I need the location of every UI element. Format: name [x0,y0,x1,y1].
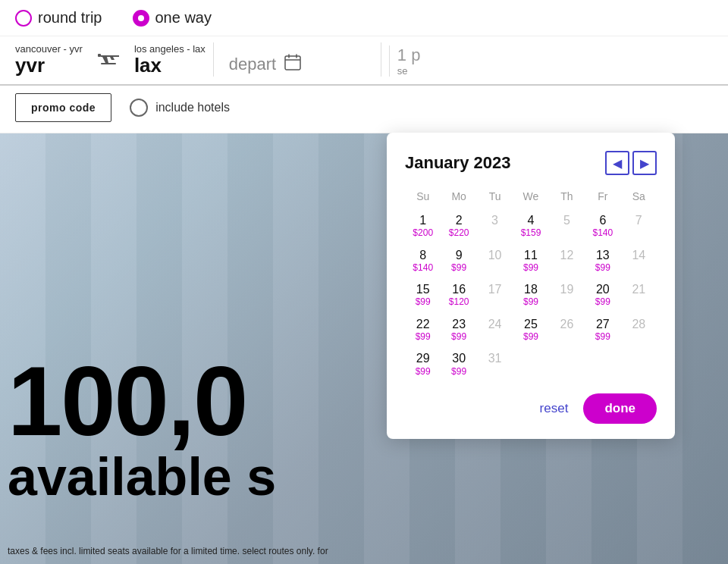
destination-code: lax [134,55,206,77]
destination-segment[interactable]: los angeles - lax lax [134,43,206,77]
route-divider [90,49,127,70]
calendar-icon [284,53,302,71]
cal-day-19: 19 [549,277,585,312]
cal-day-16[interactable]: 16$120 [441,277,476,312]
dow-we: We [513,190,548,208]
cal-day-23[interactable]: 23$99 [441,312,476,347]
cal-day-28: 28 [621,312,657,347]
hero-big-number: 100,0 [8,352,276,450]
cal-day-29[interactable]: 29$99 [405,346,441,381]
origin-segment[interactable]: vancouver - yvr yvr [15,43,83,77]
calendar-next-button[interactable]: ▶ [632,151,657,175]
search-bar: vancouver - yvr yvr los angeles - lax la… [0,36,728,86]
svg-rect-1 [101,63,116,64]
calendar-done-button[interactable]: done [583,393,657,424]
cal-day-21: 21 [621,277,657,312]
round-trip-label: round trip [38,9,102,27]
depart-section[interactable]: depart [221,52,373,77]
route-depart-separator [213,42,214,77]
cal-empty-3 [585,346,620,381]
cal-day-9[interactable]: 9$99 [441,243,476,278]
cal-day-1[interactable]: 1$200 [405,208,441,243]
cal-day-2[interactable]: 2$220 [441,208,476,243]
cal-empty-4 [621,346,657,381]
calendar-icon-button[interactable] [282,52,303,77]
origin-city: vancouver - yvr [15,43,83,55]
cal-day-12: 12 [549,243,585,278]
depart-passengers-separator [381,42,381,77]
promo-code-button[interactable]: promo code [15,93,111,122]
one-way-option[interactable]: one way [133,9,212,27]
cal-day-10: 10 [477,243,513,278]
passengers-sub: se [397,65,421,77]
depart-label: depart [229,55,276,74]
calendar-header: January 2023 ◀ ▶ [405,151,657,175]
calendar-popup: January 2023 ◀ ▶ Su Mo Tu We Th Fr Sa 1$… [387,133,675,439]
dow-mo: Mo [441,190,476,208]
calendar-grid: Su Mo Tu We Th Fr Sa 1$200 2$220 3 4$159… [405,190,657,381]
calendar-navigation: ◀ ▶ [605,151,657,175]
include-hotels-option[interactable]: include hotels [130,99,230,117]
cal-day-26: 26 [549,312,585,347]
svg-rect-0 [98,54,101,57]
cal-empty-2 [549,346,585,381]
include-hotels-radio[interactable] [130,99,148,117]
dow-tu: Tu [477,190,513,208]
dow-fr: Fr [585,190,620,208]
cal-day-24: 24 [477,312,513,347]
cal-day-25[interactable]: 25$99 [513,312,548,347]
cal-empty-1 [513,346,548,381]
destination-city: los angeles - lax [134,43,206,55]
promo-hotels-bar: promo code include hotels [0,86,728,133]
cal-day-31: 31 [477,346,513,381]
hero-sub-text: available s [8,450,276,503]
cal-day-27[interactable]: 27$99 [585,312,620,347]
one-way-label: one way [155,9,212,27]
cal-day-14: 14 [621,243,657,278]
hero-disclaimer: taxes & fees incl. limited seats availab… [8,546,328,556]
calendar-reset-button[interactable]: reset [540,401,569,416]
cal-day-20[interactable]: 20$99 [585,277,620,312]
cal-day-7: 7 [621,208,657,243]
cal-day-22[interactable]: 22$99 [405,312,441,347]
include-hotels-label: include hotels [155,101,230,114]
svg-rect-2 [285,56,300,70]
calendar-prev-button[interactable]: ◀ [605,151,629,175]
cal-day-3: 3 [477,208,513,243]
origin-code: yvr [15,55,83,77]
one-way-radio[interactable] [133,10,149,27]
passengers-section[interactable]: 1 p se [389,45,421,77]
passengers-value: 1 p [397,45,421,65]
cal-day-18[interactable]: 18$99 [513,277,548,312]
round-trip-radio[interactable] [15,10,32,27]
cal-day-17: 17 [477,277,513,312]
round-trip-option[interactable]: round trip [15,9,102,27]
cal-day-5: 5 [549,208,585,243]
calendar-month-title: January 2023 [405,153,510,173]
dow-th: Th [549,190,585,208]
cal-day-4[interactable]: 4$159 [513,208,548,243]
cal-day-15[interactable]: 15$99 [405,277,441,312]
plane-icon [95,49,122,70]
cal-day-30[interactable]: 30$99 [441,346,476,381]
cal-day-13[interactable]: 13$99 [585,243,620,278]
hero-text-block: 100,0 available s [8,352,276,503]
cal-day-8[interactable]: 8$140 [405,243,441,278]
flight-route: vancouver - yvr yvr los angeles - lax la… [15,43,206,77]
cal-day-6[interactable]: 6$140 [585,208,620,243]
depart-controls: depart [229,52,373,77]
dow-sa: Sa [621,190,657,208]
cal-day-11[interactable]: 11$99 [513,243,548,278]
calendar-footer: reset done [405,393,657,424]
trip-type-bar: round trip one way [0,0,728,36]
dow-su: Su [405,190,441,208]
